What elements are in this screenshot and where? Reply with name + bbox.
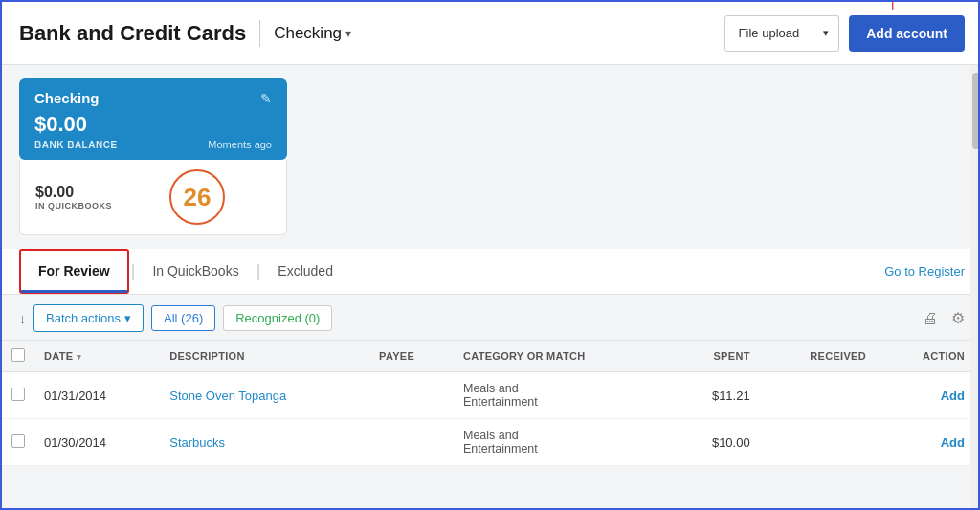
row-checkbox[interactable] (11, 434, 25, 448)
scrollbar-thumb[interactable] (972, 73, 980, 149)
table-header-spent: SPENT (672, 341, 760, 372)
table-header-checkbox[interactable] (2, 341, 34, 372)
account-selector-label: Checking (274, 24, 342, 43)
settings-icon[interactable]: ⚙ (951, 309, 965, 327)
row-received (760, 372, 876, 419)
tab-in-quickbooks[interactable]: In QuickBooks (135, 252, 256, 293)
row-add-button[interactable]: Add (941, 388, 965, 403)
row-action-cell: Add (876, 372, 980, 419)
quickbooks-balance-section: $0.00 IN QUICKBOOKS (35, 184, 112, 211)
tab-for-review[interactable]: For Review (21, 252, 127, 293)
header-actions: File upload ▾ Add account ↑ (724, 15, 965, 52)
sort-icon[interactable]: ↓ (19, 311, 26, 326)
scrollbar-track[interactable] (970, 65, 980, 510)
main-content: Checking ✎ $0.00 BANK BALANCE Moments ag… (2, 65, 980, 466)
batch-actions-label: Batch actions (46, 311, 121, 325)
row-received (760, 419, 876, 466)
table-header-received: RECEIVED (760, 341, 876, 372)
row-description[interactable]: Stone Oven Topanga (160, 372, 369, 419)
qb-balance: $0.00 (35, 184, 112, 201)
select-all-checkbox[interactable] (11, 348, 25, 362)
table-header-action: ACTION (876, 341, 980, 372)
account-card-name: Checking (34, 90, 100, 106)
row-category[interactable]: Meals andEntertainment (454, 419, 672, 466)
transactions-toolbar: ↓ Batch actions ▾ All (26) Recognized (0… (2, 295, 980, 340)
sync-timestamp: Moments ago (208, 139, 272, 150)
page-title: Bank and Credit Cards (19, 21, 246, 46)
file-upload-button[interactable]: File upload (724, 15, 814, 52)
account-selector[interactable]: Checking ▾ (274, 24, 351, 43)
batch-actions-caret: ▾ (124, 311, 131, 325)
account-selector-caret: ▾ (345, 27, 351, 40)
row-checkbox-cell[interactable] (2, 419, 34, 466)
row-date: 01/30/2014 (34, 419, 160, 466)
row-date: 01/31/2014 (34, 372, 160, 419)
row-action-cell: Add (876, 419, 980, 466)
account-card-container: Checking ✎ $0.00 BANK BALANCE Moments ag… (19, 78, 965, 235)
row-add-button[interactable]: Add (941, 435, 965, 450)
row-payee (369, 372, 454, 419)
edit-account-icon[interactable]: ✎ (260, 91, 272, 106)
go-to-register-link[interactable]: Go to Register (884, 253, 965, 290)
table-header-category: CATEGORY OR MATCH (454, 341, 672, 372)
recognized-filter-button[interactable]: Recognized (0) (223, 305, 332, 331)
bank-balance: $0.00 (34, 112, 272, 137)
add-account-button[interactable]: Add account (849, 15, 965, 52)
row-description[interactable]: Starbucks (160, 419, 369, 466)
date-sort-indicator: ▾ (77, 352, 81, 362)
row-checkbox[interactable] (11, 388, 25, 401)
row-checkbox-cell[interactable] (2, 372, 34, 419)
table-row: 01/31/2014 Stone Oven Topanga Meals andE… (2, 372, 980, 419)
tabs-row: For Review | In QuickBooks | Excluded Go… (2, 249, 980, 295)
row-spent: $10.00 (672, 419, 760, 466)
header-divider (259, 20, 260, 47)
table-header-date[interactable]: DATE ▾ (34, 341, 160, 372)
transactions-table-wrapper: DATE ▾ DESCRIPTION PAYEE CATEGORY OR MAT… (2, 340, 980, 466)
tab-for-review-wrapper: For Review (19, 249, 129, 294)
table-header-payee: PAYEE (369, 341, 454, 372)
review-count-badge[interactable]: 26 (169, 169, 225, 225)
account-card-footer: BANK BALANCE Moments ago (34, 137, 272, 150)
tab-excluded[interactable]: Excluded (260, 252, 350, 293)
below-card: $0.00 IN QUICKBOOKS 26 (19, 160, 287, 235)
bank-balance-label: BANK BALANCE (34, 140, 118, 150)
row-payee (369, 419, 454, 466)
account-card: Checking ✎ $0.00 BANK BALANCE Moments ag… (19, 78, 287, 160)
account-card-header: Checking ✎ (34, 90, 272, 106)
print-icon[interactable]: 🖨 (923, 310, 938, 327)
all-filter-button[interactable]: All (26) (151, 305, 215, 331)
row-spent: $11.21 (672, 372, 760, 419)
table-header-description: DESCRIPTION (160, 341, 369, 372)
table-row: 01/30/2014 Starbucks Meals andEntertainm… (2, 419, 980, 466)
row-category[interactable]: Meals andEntertainment (454, 372, 672, 419)
file-upload-caret-button[interactable]: ▾ (813, 15, 839, 52)
qb-label: IN QUICKBOOKS (35, 201, 112, 211)
header: Bank and Credit Cards Checking ▾ File up… (2, 2, 980, 65)
batch-actions-button[interactable]: Batch actions ▾ (33, 304, 144, 332)
red-arrow-indicator: ↑ (886, 2, 900, 13)
transactions-table: DATE ▾ DESCRIPTION PAYEE CATEGORY OR MAT… (2, 341, 980, 466)
